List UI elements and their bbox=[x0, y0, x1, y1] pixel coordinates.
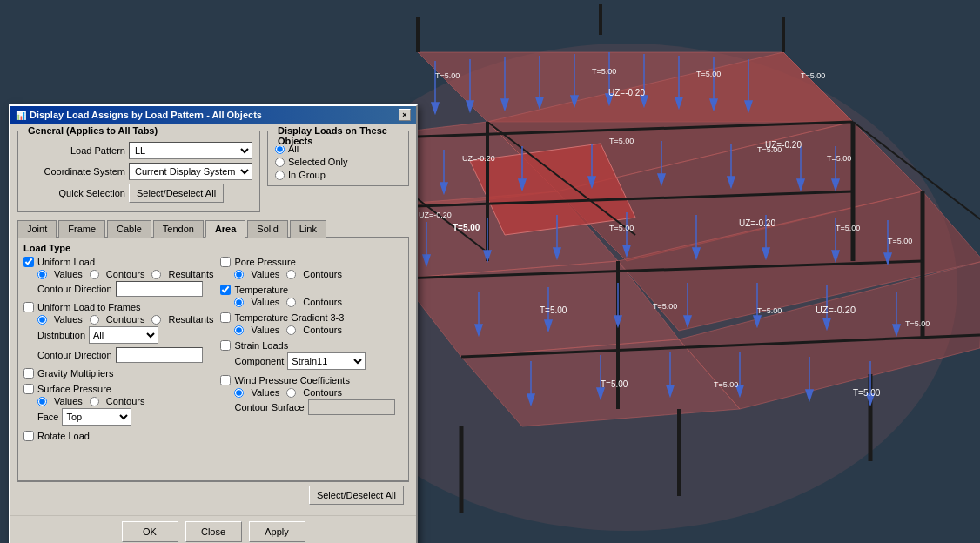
face-select[interactable]: Top bbox=[62, 408, 131, 426]
utf-resultants-label: Resultants bbox=[168, 314, 213, 325]
select-deselect-all-bottom-button[interactable]: Select/Deselect All bbox=[309, 486, 404, 505]
sp-contours-radio[interactable] bbox=[90, 397, 99, 406]
svg-text:T=5.00: T=5.00 bbox=[609, 224, 634, 232]
utf-values-radio[interactable] bbox=[37, 315, 47, 325]
uniform-contours-label: Contours bbox=[106, 269, 145, 279]
svg-text:T=5.00: T=5.00 bbox=[827, 154, 851, 163]
svg-text:T=5.00: T=5.00 bbox=[714, 380, 738, 389]
tab-frame[interactable]: Frame bbox=[58, 220, 105, 238]
uniform-values-radio[interactable] bbox=[37, 270, 47, 279]
utf-contour-direction-input[interactable] bbox=[116, 347, 203, 363]
coordinate-system-label: Coordinate System bbox=[25, 166, 125, 177]
tab-link[interactable]: Link bbox=[290, 220, 326, 238]
pp-contours-radio[interactable] bbox=[286, 270, 296, 279]
wind-pressure-label: Wind Pressure Coefficients bbox=[234, 375, 349, 385]
svg-text:T=5.00: T=5.00 bbox=[609, 137, 634, 145]
load-pattern-label: Load Pattern bbox=[25, 145, 125, 156]
tabs-bar: Joint Frame Cable Tendon Area Solid Link bbox=[17, 219, 409, 238]
tab-area[interactable]: Area bbox=[205, 220, 245, 238]
sp-values-radio[interactable] bbox=[37, 397, 47, 406]
dialog-title: Display Load Assigns by Load Pattern - A… bbox=[30, 110, 262, 120]
svg-text:T=5.00: T=5.00 bbox=[696, 70, 721, 78]
surface-pressure-checkbox[interactable] bbox=[23, 384, 34, 394]
uniform-contours-radio[interactable] bbox=[90, 270, 99, 279]
pp-values-radio[interactable] bbox=[234, 270, 244, 279]
uniform-resultants-label: Resultants bbox=[168, 269, 213, 279]
contour-surface-label: Contour Surface bbox=[234, 402, 304, 412]
component-select[interactable]: Strain11 bbox=[287, 352, 366, 370]
utf-checkbox[interactable] bbox=[23, 302, 34, 312]
select-deselect-all-button[interactable]: Select/Deselect All bbox=[129, 184, 224, 203]
temperature-checkbox[interactable] bbox=[220, 285, 231, 295]
dialog-close-button[interactable]: × bbox=[399, 109, 411, 121]
wind-pressure-checkbox[interactable] bbox=[220, 375, 231, 385]
tab-cable[interactable]: Cable bbox=[107, 220, 151, 238]
display-selected-label: Selected Only bbox=[288, 157, 347, 167]
area-tab-content: Load Type Uniform Load Values bbox=[17, 238, 409, 481]
display-in-group-radio-row: In Group bbox=[275, 170, 401, 180]
dialog-titlebar: 📊 Display Load Assigns by Load Pattern -… bbox=[10, 106, 416, 124]
tab-joint[interactable]: Joint bbox=[17, 220, 57, 238]
pore-pressure-checkbox[interactable] bbox=[220, 257, 231, 267]
wp-contours-label: Contours bbox=[303, 387, 342, 398]
tg-contours-radio[interactable] bbox=[286, 325, 296, 335]
wp-contours-radio[interactable] bbox=[286, 388, 296, 398]
tab-tendon[interactable]: Tendon bbox=[153, 220, 204, 238]
sp-values-label: Values bbox=[54, 396, 83, 406]
ok-button[interactable]: OK bbox=[122, 521, 178, 542]
tab-solid[interactable]: Solid bbox=[247, 220, 287, 238]
load-pattern-select[interactable]: LL bbox=[129, 142, 252, 159]
temperature-item: Temperature Values Contours bbox=[220, 285, 403, 307]
temp-gradient-checkbox[interactable] bbox=[220, 312, 231, 323]
svg-text:T=5.00: T=5.00 bbox=[757, 145, 782, 154]
tab-right-col: Pore Pressure Values Contours bbox=[220, 257, 403, 446]
utf-contours-label: Contours bbox=[106, 314, 145, 325]
svg-text:T=5.00: T=5.00 bbox=[801, 71, 825, 80]
strain-loads-checkbox[interactable] bbox=[220, 340, 231, 351]
uniform-load-to-frames-item: Uniform Load to Frames Values Contours R… bbox=[23, 302, 213, 363]
tg-values-radio[interactable] bbox=[234, 325, 244, 335]
face-label: Face bbox=[37, 412, 58, 422]
general-section: General (Applies to All Tabs) Load Patte… bbox=[17, 131, 260, 212]
svg-text:UZ=-0.20: UZ=-0.20 bbox=[419, 211, 452, 219]
strain-loads-item: Strain Loads Component Strain11 bbox=[220, 340, 403, 370]
pp-contours-label: Contours bbox=[303, 269, 342, 279]
wp-values-radio[interactable] bbox=[234, 388, 244, 398]
temp-contours-radio[interactable] bbox=[286, 298, 296, 307]
svg-text:T=5.00: T=5.00 bbox=[653, 302, 677, 311]
uniform-resultants-radio[interactable] bbox=[151, 270, 161, 279]
apply-button[interactable]: Apply bbox=[249, 521, 305, 542]
svg-text:UZ=-0.20: UZ=-0.20 bbox=[462, 154, 495, 163]
component-label: Component bbox=[234, 356, 284, 366]
rotate-load-checkbox[interactable] bbox=[23, 431, 34, 441]
utf-values-label: Values bbox=[54, 314, 83, 325]
display-loads-label: Display Loads on These Objects bbox=[275, 125, 408, 146]
close-button[interactable]: Close bbox=[185, 521, 242, 542]
temp-values-radio[interactable] bbox=[234, 298, 244, 307]
uniform-load-label: Uniform Load bbox=[37, 257, 95, 267]
display-in-group-radio[interactable] bbox=[275, 171, 285, 180]
distribution-select[interactable]: All bbox=[89, 326, 158, 344]
svg-text:T=5.00: T=5.00 bbox=[757, 306, 782, 315]
utf-resultants-radio[interactable] bbox=[151, 315, 161, 325]
temp-gradient-label: Temperature Gradient 3-3 bbox=[234, 312, 344, 323]
load-type-label: Load Type bbox=[23, 243, 403, 253]
surface-pressure-label: Surface Pressure bbox=[37, 384, 111, 394]
svg-text:T=5.00: T=5.00 bbox=[435, 71, 460, 80]
utf-contours-radio[interactable] bbox=[90, 315, 99, 325]
svg-text:T=5.00: T=5.00 bbox=[592, 67, 616, 76]
gravity-checkbox[interactable] bbox=[23, 368, 34, 379]
temperature-label: Temperature bbox=[234, 285, 288, 295]
wp-values-label: Values bbox=[251, 387, 279, 398]
svg-text:UZ=-0.20: UZ=-0.20 bbox=[739, 218, 775, 228]
display-in-group-label: In Group bbox=[288, 170, 326, 180]
coordinate-system-select[interactable]: Current Display System bbox=[129, 163, 252, 180]
contour-direction-input[interactable] bbox=[116, 281, 203, 297]
contour-surface-input[interactable] bbox=[308, 399, 395, 415]
uniform-load-checkbox[interactable] bbox=[23, 257, 34, 267]
wind-pressure-item: Wind Pressure Coefficients Values Contou… bbox=[220, 375, 403, 415]
pp-values-label: Values bbox=[251, 269, 279, 279]
display-selected-radio[interactable] bbox=[275, 158, 285, 167]
strain-loads-label: Strain Loads bbox=[234, 340, 288, 351]
select-deselect-row: Select/Deselect All bbox=[17, 481, 409, 508]
